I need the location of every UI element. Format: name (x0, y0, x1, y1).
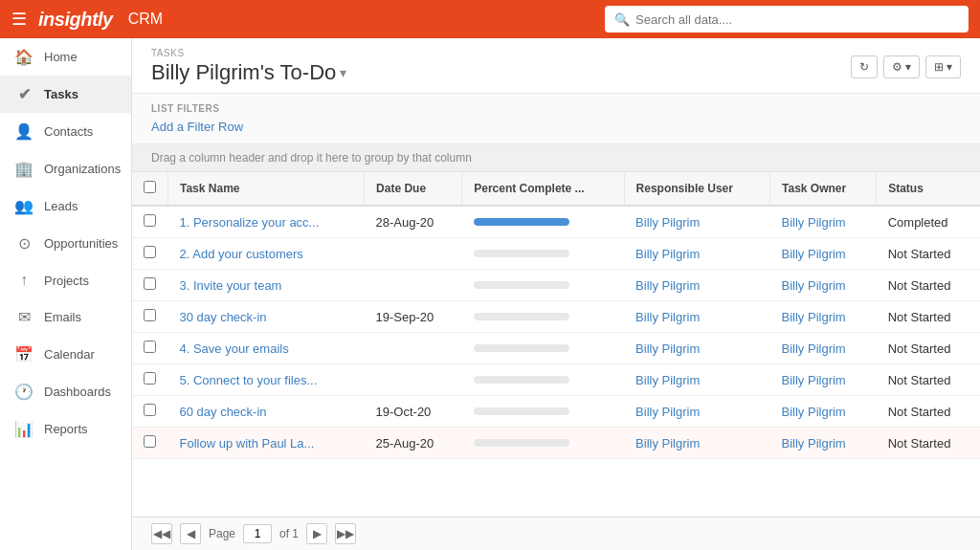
row-checkbox[interactable] (144, 246, 156, 258)
sidebar-label-emails: Emails (44, 310, 81, 324)
responsible-user-link[interactable]: Billy Pilgrim (635, 215, 700, 230)
cell-status: Not Started (877, 270, 980, 301)
cell-task-owner: Billy Pilgrim (770, 270, 877, 301)
cell-task-owner: Billy Pilgrim (770, 364, 877, 396)
sidebar-item-projects[interactable]: ↑ Projects (0, 262, 131, 298)
row-checkbox[interactable] (144, 341, 156, 353)
app-name: CRM (128, 11, 163, 28)
cell-date-due: 19-Sep-20 (365, 301, 462, 333)
filters-section: LIST FILTERS Add a Filter Row (132, 94, 980, 144)
search-input[interactable] (635, 12, 959, 27)
opportunities-icon: ⊙ (13, 234, 34, 253)
task-name-link[interactable]: 60 day check-in (180, 405, 267, 419)
last-page-button[interactable]: ▶▶ (335, 523, 356, 544)
task-name-link[interactable]: 3. Invite your team (180, 278, 282, 293)
table-row: Follow up with Paul La...25-Aug-20Billy … (132, 428, 980, 459)
cell-task-name: 4. Save your emails (168, 333, 365, 364)
grid-view-button[interactable]: ⊞ ▾ (925, 55, 961, 78)
responsible-user-link[interactable]: Billy Pilgrim (635, 247, 700, 261)
task-owner-link[interactable]: Billy Pilgrim (782, 405, 846, 419)
task-name-link[interactable]: 1. Personalize your acc... (180, 215, 320, 230)
content-actions: ↻ ⚙ ▾ ⊞ ▾ (851, 55, 961, 78)
breadcrumb: TASKS (151, 48, 851, 58)
cell-date-due (365, 333, 462, 364)
title-area: TASKS Billy Pilgrim's To-Do ▾ (151, 48, 851, 85)
task-owner-link[interactable]: Billy Pilgrim (782, 215, 846, 230)
prev-page-button[interactable]: ◀ (180, 523, 201, 544)
task-owner-link[interactable]: Billy Pilgrim (782, 436, 846, 451)
progress-bar-container (474, 344, 569, 352)
drag-hint: Drag a column header and drop it here to… (132, 144, 980, 172)
col-header-responsible-user[interactable]: Responsible User (624, 172, 769, 206)
cell-percent-complete (462, 270, 624, 301)
sidebar-item-reports[interactable]: 📊 Reports (0, 410, 131, 448)
cell-responsible-user: Billy Pilgrim (624, 206, 769, 238)
calendar-icon: 📅 (13, 345, 34, 363)
reports-icon: 📊 (13, 420, 34, 438)
sidebar-item-home[interactable]: 🏠 Home (0, 38, 131, 76)
col-header-status[interactable]: Status (877, 172, 980, 206)
cell-percent-complete (462, 428, 624, 459)
select-all-checkbox[interactable] (144, 181, 156, 193)
row-checkbox[interactable] (144, 435, 156, 448)
page-number-input[interactable] (243, 524, 272, 543)
table-header-row: Task Name Date Due Percent Complete ... … (132, 172, 980, 206)
projects-icon: ↑ (13, 272, 34, 289)
col-header-task-owner[interactable]: Task Owner (770, 172, 877, 206)
col-header-percent-complete[interactable]: Percent Complete ... (462, 172, 624, 206)
task-name-link[interactable]: 2. Add your customers (180, 247, 303, 261)
progress-bar-container (474, 376, 569, 384)
title-dropdown-icon[interactable]: ▾ (340, 65, 346, 80)
progress-bar-container (474, 281, 569, 289)
cell-date-due (365, 270, 462, 301)
sidebar-item-emails[interactable]: ✉ Emails (0, 298, 131, 336)
row-checkbox[interactable] (144, 214, 156, 227)
row-checkbox[interactable] (144, 309, 156, 321)
task-owner-link[interactable]: Billy Pilgrim (782, 310, 846, 324)
row-checkbox-cell (132, 270, 168, 301)
responsible-user-link[interactable]: Billy Pilgrim (635, 436, 700, 451)
sidebar-item-leads[interactable]: 👥 Leads (0, 187, 131, 225)
sidebar-label-projects: Projects (44, 274, 89, 288)
refresh-button[interactable]: ↻ (851, 55, 878, 78)
task-owner-link[interactable]: Billy Pilgrim (782, 373, 846, 387)
row-checkbox[interactable] (144, 277, 156, 290)
next-page-button[interactable]: ▶ (306, 523, 327, 544)
responsible-user-link[interactable]: Billy Pilgrim (635, 373, 700, 387)
hamburger-menu-icon[interactable]: ☰ (11, 9, 27, 30)
col-header-date-due[interactable]: Date Due (365, 172, 462, 206)
row-checkbox[interactable] (144, 404, 156, 416)
task-name-link[interactable]: Follow up with Paul La... (180, 436, 315, 451)
cell-status: Completed (877, 206, 980, 238)
row-checkbox[interactable] (144, 372, 156, 385)
task-owner-link[interactable]: Billy Pilgrim (782, 278, 846, 293)
sidebar-item-dashboards[interactable]: 🕐 Dashboards (0, 373, 131, 410)
sidebar-item-opportunities[interactable]: ⊙ Opportunities (0, 225, 131, 262)
settings-button[interactable]: ⚙ ▾ (883, 55, 920, 78)
sidebar-item-organizations[interactable]: 🏢 Organizations (0, 150, 131, 187)
task-owner-link[interactable]: Billy Pilgrim (782, 341, 846, 356)
col-header-task-name[interactable]: Task Name (168, 172, 365, 206)
responsible-user-link[interactable]: Billy Pilgrim (635, 278, 700, 293)
add-filter-button[interactable]: Add a Filter Row (151, 120, 243, 134)
responsible-user-link[interactable]: Billy Pilgrim (635, 405, 700, 419)
first-page-button[interactable]: ◀◀ (151, 523, 172, 544)
responsible-user-link[interactable]: Billy Pilgrim (635, 341, 700, 356)
cell-task-name: 3. Invite your team (168, 270, 365, 301)
task-owner-link[interactable]: Billy Pilgrim (782, 247, 846, 261)
content-header: TASKS Billy Pilgrim's To-Do ▾ ↻ ⚙ ▾ ⊞ ▾ (132, 38, 980, 94)
sidebar-item-tasks[interactable]: ✔ Tasks (0, 76, 131, 113)
gear-icon: ⚙ (892, 60, 902, 74)
cell-task-name: 5. Connect to your files... (168, 364, 365, 396)
organizations-icon: 🏢 (13, 160, 34, 178)
task-name-link[interactable]: 5. Connect to your files... (180, 373, 318, 387)
sidebar-item-contacts[interactable]: 👤 Contacts (0, 113, 131, 150)
sidebar-label-calendar: Calendar (44, 347, 95, 362)
progress-bar-container (474, 439, 569, 447)
responsible-user-link[interactable]: Billy Pilgrim (635, 310, 700, 324)
sidebar-item-calendar[interactable]: 📅 Calendar (0, 336, 131, 373)
cell-date-due: 19-Oct-20 (365, 396, 462, 428)
task-name-link[interactable]: 4. Save your emails (180, 341, 289, 356)
task-name-link[interactable]: 30 day check-in (180, 310, 267, 324)
app-logo: insightly (38, 9, 113, 31)
